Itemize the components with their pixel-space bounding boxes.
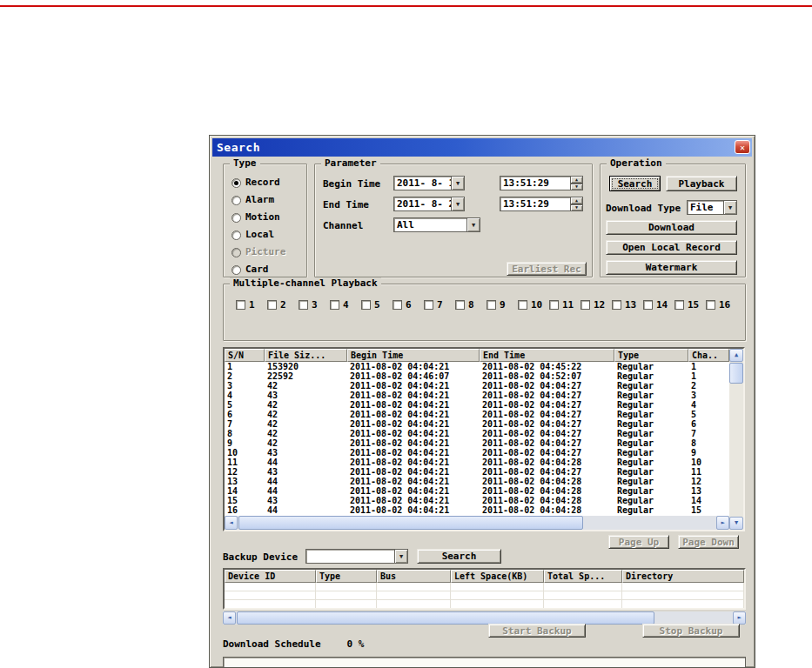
results-row-16[interactable]: 16442011-08-02 04:04:212011-08-02 04:04:…: [225, 505, 729, 515]
begin-time-spinner[interactable]: 13:51:29 ▲ ▼: [500, 176, 583, 190]
results-cell: Regular: [614, 505, 688, 515]
close-button[interactable]: ✕: [735, 140, 750, 154]
channel-combo[interactable]: All ▼: [393, 217, 480, 232]
channel-checkbox-11[interactable]: 11: [549, 299, 580, 311]
results-column-header-1[interactable]: File Siz...: [265, 349, 347, 362]
device-column-header-3[interactable]: Left Space(KB): [451, 570, 544, 583]
device-column-header-1[interactable]: Type: [316, 570, 377, 583]
device-scroll-thumb[interactable]: [237, 611, 654, 625]
download-button[interactable]: Download: [606, 220, 737, 235]
scroll-left-button[interactable]: ◄: [225, 516, 238, 530]
download-type-dropdown-icon[interactable]: ▼: [723, 200, 737, 215]
device-column-header-2[interactable]: Bus: [377, 570, 451, 583]
results-column-header-5[interactable]: Cha..: [688, 349, 729, 362]
results-row-11[interactable]: 11442011-08-02 04:04:212011-08-02 04:04:…: [225, 458, 729, 467]
results-row-15[interactable]: 15432011-08-02 04:04:212011-08-02 04:04:…: [225, 496, 729, 505]
results-vertical-scrollbar[interactable]: ▲ ▼: [729, 349, 743, 530]
results-column-header-4[interactable]: Type: [614, 349, 688, 362]
results-row-12[interactable]: 12432011-08-02 04:04:212011-08-02 04:04:…: [225, 467, 729, 477]
scroll-right-button[interactable]: ►: [733, 611, 746, 625]
spin-down-icon[interactable]: ▼: [570, 204, 583, 212]
spin-down-icon[interactable]: ▼: [570, 184, 583, 191]
end-time-spinner[interactable]: 13:51:29 ▲ ▼: [500, 197, 583, 211]
end-date-combo[interactable]: 2011- 8- 2 ▼: [393, 197, 465, 211]
radio-option-record[interactable]: Record: [232, 174, 306, 191]
results-cell: Regular: [614, 467, 688, 477]
close-icon: ✕: [740, 143, 745, 152]
results-row-3[interactable]: 3422011-08-02 04:04:212011-08-02 04:04:2…: [225, 381, 729, 391]
channel-checkbox-5[interactable]: 5: [361, 299, 393, 311]
results-cell: 2011-08-02 04:04:27: [480, 467, 614, 477]
device-column-header-4[interactable]: Total Sp...: [544, 570, 622, 583]
channel-checkbox-4[interactable]: 4: [330, 299, 361, 311]
stop-backup-button[interactable]: Stop Backup: [642, 624, 740, 638]
results-row-4[interactable]: 4432011-08-02 04:04:212011-08-02 04:04:2…: [225, 391, 729, 400]
radio-option-alarm[interactable]: Alarm: [232, 191, 306, 209]
scroll-right-button[interactable]: ►: [716, 516, 729, 530]
open-local-record-button[interactable]: Open Local Record: [606, 240, 737, 255]
playback-button[interactable]: Playback: [666, 176, 737, 191]
channel-checkbox-1[interactable]: 1: [236, 299, 267, 311]
channel-checkbox-16[interactable]: 16: [706, 299, 737, 311]
channel-checkbox-13[interactable]: 13: [612, 299, 643, 311]
begin-date-combo[interactable]: 2011- 8- 1 ▼: [393, 176, 465, 190]
radio-option-local[interactable]: Local: [232, 226, 306, 244]
channel-checkbox-12[interactable]: 12: [580, 299, 612, 311]
results-row-6[interactable]: 6422011-08-02 04:04:212011-08-02 04:04:2…: [225, 410, 729, 419]
vertical-scroll-thumb[interactable]: [729, 363, 743, 384]
channel-checkbox-3[interactable]: 3: [299, 299, 330, 311]
backup-device-dropdown-icon[interactable]: ▼: [394, 549, 408, 564]
end-date-dropdown-icon[interactable]: ▼: [451, 197, 465, 211]
channel-checkbox-2[interactable]: 2: [267, 299, 299, 311]
page-up-button[interactable]: Page Up: [608, 535, 669, 549]
watermark-button[interactable]: Watermark: [606, 260, 737, 275]
results-row-10[interactable]: 10432011-08-02 04:04:212011-08-02 04:04:…: [225, 448, 729, 458]
backup-search-button[interactable]: Search: [417, 549, 501, 564]
results-row-9[interactable]: 9422011-08-02 04:04:212011-08-02 04:04:2…: [225, 438, 729, 448]
radio-option-card[interactable]: Card: [232, 261, 306, 278]
results-row-7[interactable]: 7422011-08-02 04:04:212011-08-02 04:04:2…: [225, 419, 729, 429]
earliest-rec-button[interactable]: Earliest Rec: [507, 262, 587, 276]
results-row-2[interactable]: 2225922011-08-02 04:46:072011-08-02 04:5…: [225, 371, 729, 381]
page-down-button[interactable]: Page Down: [678, 535, 739, 549]
vertical-scroll-track[interactable]: [729, 362, 743, 517]
scroll-left-button[interactable]: ◄: [223, 611, 236, 625]
channel-checkbox-8[interactable]: 8: [455, 299, 487, 311]
device-scroll-track[interactable]: [236, 611, 733, 625]
search-button[interactable]: Search: [609, 176, 661, 191]
results-cell: 2011-08-02 04:04:28: [480, 486, 614, 496]
channel-dropdown-icon[interactable]: ▼: [466, 217, 480, 232]
start-backup-button[interactable]: Start Backup: [488, 624, 586, 638]
device-horizontal-scrollbar[interactable]: ◄ ►: [223, 611, 746, 625]
results-row-14[interactable]: 14442011-08-02 04:04:212011-08-02 04:04:…: [225, 486, 729, 496]
spin-up-icon[interactable]: ▲: [570, 197, 583, 204]
device-column-header-5[interactable]: Directory: [622, 570, 744, 583]
results-column-header-3[interactable]: End Time: [480, 349, 614, 362]
horizontal-scroll-track[interactable]: [238, 516, 716, 530]
download-type-combo[interactable]: File ▼: [687, 200, 737, 215]
dialog-titlebar[interactable]: Search: [212, 138, 752, 157]
channel-checkbox-14[interactable]: 14: [643, 299, 674, 311]
scroll-down-button[interactable]: ▼: [729, 517, 743, 530]
results-row-5[interactable]: 5422011-08-02 04:04:212011-08-02 04:04:2…: [225, 400, 729, 410]
channel-checkbox-6[interactable]: 6: [393, 299, 424, 311]
results-row-8[interactable]: 8422011-08-02 04:04:212011-08-02 04:04:2…: [225, 429, 729, 438]
channel-checkbox-9[interactable]: 9: [487, 299, 518, 311]
results-cell: 2011-08-02 04:04:21: [347, 486, 480, 496]
channel-checkbox-15[interactable]: 15: [674, 299, 706, 311]
radio-label-picture: Picture: [245, 247, 285, 257]
results-column-header-0[interactable]: S/N: [225, 349, 265, 362]
results-horizontal-scrollbar[interactable]: ◄ ►: [225, 516, 729, 530]
scroll-up-button[interactable]: ▲: [729, 349, 743, 362]
backup-device-combo[interactable]: ▼: [305, 549, 408, 564]
device-column-header-0[interactable]: Device ID: [225, 570, 316, 583]
radio-option-motion[interactable]: Motion: [232, 209, 306, 226]
results-row-13[interactable]: 13442011-08-02 04:04:212011-08-02 04:04:…: [225, 477, 729, 486]
results-column-header-2[interactable]: Begin Time: [347, 349, 480, 362]
begin-date-dropdown-icon[interactable]: ▼: [451, 176, 465, 190]
channel-checkbox-7[interactable]: 7: [424, 299, 455, 311]
channel-checkbox-10[interactable]: 10: [518, 299, 549, 311]
spin-up-icon[interactable]: ▲: [570, 176, 583, 184]
horizontal-scroll-thumb[interactable]: [238, 516, 583, 530]
results-row-1[interactable]: 11539202011-08-02 04:04:212011-08-02 04:…: [225, 362, 729, 371]
